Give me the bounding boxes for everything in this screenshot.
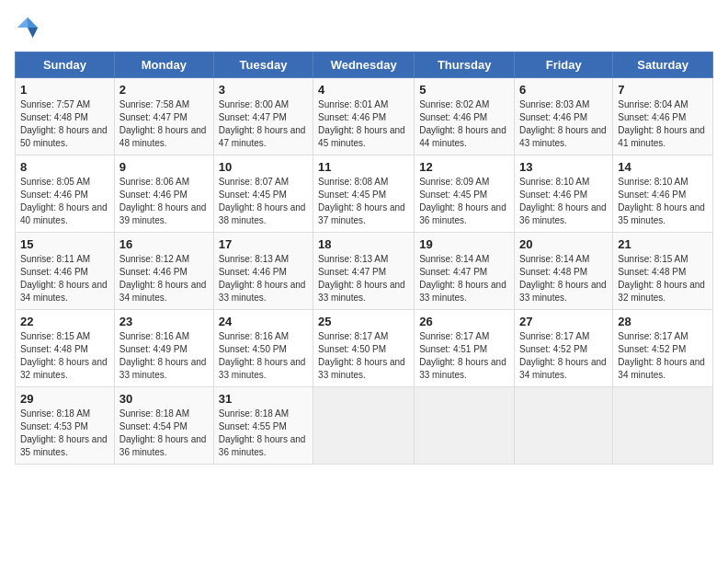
calendar-cell: 29 Sunrise: 8:18 AM Sunset: 4:53 PM Dayl… [16,387,115,465]
day-number: 2 [119,83,209,97]
logo-icon [15,15,40,40]
dow-header-wednesday: Wednesday [313,52,415,78]
calendar-cell: 14 Sunrise: 8:10 AM Sunset: 4:46 PM Dayl… [613,155,713,233]
day-info: Sunrise: 8:00 AM Sunset: 4:47 PM Dayligh… [219,98,308,150]
day-info: Sunrise: 8:14 AM Sunset: 4:48 PM Dayligh… [519,253,608,304]
calendar-cell: 28 Sunrise: 8:17 AM Sunset: 4:52 PM Dayl… [613,310,713,387]
day-number: 1 [20,83,109,97]
day-info: Sunrise: 8:13 AM Sunset: 4:47 PM Dayligh… [318,253,409,304]
day-number: 10 [219,160,308,174]
calendar-cell: 7 Sunrise: 8:04 AM Sunset: 4:46 PM Dayli… [613,78,713,155]
calendar-cell: 30 Sunrise: 8:18 AM Sunset: 4:54 PM Dayl… [114,387,213,465]
day-number: 20 [519,237,608,251]
calendar-cell: 16 Sunrise: 8:12 AM Sunset: 4:46 PM Dayl… [114,233,213,310]
day-number: 25 [318,315,409,328]
days-of-week-row: SundayMondayTuesdayWednesdayThursdayFrid… [16,52,713,78]
week-row-2: 8 Sunrise: 8:05 AM Sunset: 4:46 PM Dayli… [16,155,713,233]
day-number: 24 [219,315,308,328]
svg-marker-2 [17,17,28,28]
day-info: Sunrise: 8:10 AM Sunset: 4:46 PM Dayligh… [618,176,708,227]
day-info: Sunrise: 8:03 AM Sunset: 4:46 PM Dayligh… [519,98,608,150]
calendar-cell: 22 Sunrise: 8:15 AM Sunset: 4:48 PM Dayl… [16,310,115,387]
calendar-cell: 20 Sunrise: 8:14 AM Sunset: 4:48 PM Dayl… [515,233,613,310]
calendar-cell [415,387,515,465]
calendar-cell: 11 Sunrise: 8:08 AM Sunset: 4:45 PM Dayl… [313,155,415,233]
header [15,15,713,40]
day-number: 8 [20,160,109,174]
day-number: 29 [20,392,109,406]
svg-marker-1 [28,28,38,38]
day-info: Sunrise: 8:16 AM Sunset: 4:50 PM Dayligh… [219,330,308,382]
calendar-cell: 18 Sunrise: 8:13 AM Sunset: 4:47 PM Dayl… [313,233,415,310]
svg-marker-0 [28,17,38,28]
calendar-cell: 23 Sunrise: 8:16 AM Sunset: 4:49 PM Dayl… [114,310,213,387]
calendar-cell: 6 Sunrise: 8:03 AM Sunset: 4:46 PM Dayli… [515,78,613,155]
week-row-3: 15 Sunrise: 8:11 AM Sunset: 4:46 PM Dayl… [16,233,713,310]
day-info: Sunrise: 8:02 AM Sunset: 4:46 PM Dayligh… [419,98,509,150]
day-number: 28 [618,315,708,328]
day-number: 21 [618,237,708,251]
day-number: 23 [119,315,209,328]
day-number: 26 [419,315,509,328]
day-number: 31 [219,392,308,406]
day-number: 7 [618,83,708,97]
day-info: Sunrise: 8:06 AM Sunset: 4:46 PM Dayligh… [119,176,209,227]
day-number: 3 [219,83,308,97]
day-number: 6 [519,83,608,97]
day-info: Sunrise: 8:18 AM Sunset: 4:54 PM Dayligh… [119,408,209,459]
week-row-5: 29 Sunrise: 8:18 AM Sunset: 4:53 PM Dayl… [16,387,713,465]
calendar-cell: 1 Sunrise: 7:57 AM Sunset: 4:48 PM Dayli… [16,78,115,155]
day-number: 18 [318,237,409,251]
day-info: Sunrise: 8:18 AM Sunset: 4:53 PM Dayligh… [20,408,109,459]
calendar-cell: 3 Sunrise: 8:00 AM Sunset: 4:47 PM Dayli… [213,78,313,155]
calendar-cell [613,387,713,465]
day-info: Sunrise: 8:15 AM Sunset: 4:48 PM Dayligh… [20,330,109,382]
day-info: Sunrise: 8:17 AM Sunset: 4:50 PM Dayligh… [318,330,409,382]
day-info: Sunrise: 8:17 AM Sunset: 4:52 PM Dayligh… [519,330,608,382]
day-number: 4 [318,83,409,97]
calendar-table: SundayMondayTuesdayWednesdayThursdayFrid… [15,52,713,465]
day-number: 13 [519,160,608,174]
day-number: 12 [419,160,509,174]
calendar-cell: 13 Sunrise: 8:10 AM Sunset: 4:46 PM Dayl… [515,155,613,233]
calendar-cell: 27 Sunrise: 8:17 AM Sunset: 4:52 PM Dayl… [515,310,613,387]
day-number: 19 [419,237,509,251]
day-info: Sunrise: 8:07 AM Sunset: 4:45 PM Dayligh… [219,176,308,227]
day-number: 14 [618,160,708,174]
day-info: Sunrise: 8:01 AM Sunset: 4:46 PM Dayligh… [318,98,409,150]
day-info: Sunrise: 8:10 AM Sunset: 4:46 PM Dayligh… [519,176,608,227]
calendar-cell: 12 Sunrise: 8:09 AM Sunset: 4:45 PM Dayl… [415,155,515,233]
day-info: Sunrise: 7:58 AM Sunset: 4:47 PM Dayligh… [119,98,209,150]
calendar-cell: 10 Sunrise: 8:07 AM Sunset: 4:45 PM Dayl… [213,155,313,233]
logo [15,15,44,40]
calendar-cell: 26 Sunrise: 8:17 AM Sunset: 4:51 PM Dayl… [415,310,515,387]
calendar-cell: 25 Sunrise: 8:17 AM Sunset: 4:50 PM Dayl… [313,310,415,387]
dow-header-sunday: Sunday [16,52,115,78]
week-row-4: 22 Sunrise: 8:15 AM Sunset: 4:48 PM Dayl… [16,310,713,387]
day-info: Sunrise: 8:12 AM Sunset: 4:46 PM Dayligh… [119,253,209,304]
day-info: Sunrise: 8:13 AM Sunset: 4:46 PM Dayligh… [219,253,308,304]
dow-header-thursday: Thursday [415,52,515,78]
calendar-cell: 4 Sunrise: 8:01 AM Sunset: 4:46 PM Dayli… [313,78,415,155]
dow-header-saturday: Saturday [613,52,713,78]
day-number: 9 [119,160,209,174]
day-number: 27 [519,315,608,328]
day-info: Sunrise: 8:17 AM Sunset: 4:52 PM Dayligh… [618,330,708,382]
day-info: Sunrise: 8:14 AM Sunset: 4:47 PM Dayligh… [419,253,509,304]
day-info: Sunrise: 8:08 AM Sunset: 4:45 PM Dayligh… [318,176,409,227]
day-info: Sunrise: 8:09 AM Sunset: 4:45 PM Dayligh… [419,176,509,227]
day-info: Sunrise: 8:18 AM Sunset: 4:55 PM Dayligh… [219,408,308,459]
calendar-cell: 19 Sunrise: 8:14 AM Sunset: 4:47 PM Dayl… [415,233,515,310]
day-number: 11 [318,160,409,174]
calendar-cell [313,387,415,465]
calendar-cell: 24 Sunrise: 8:16 AM Sunset: 4:50 PM Dayl… [213,310,313,387]
day-number: 17 [219,237,308,251]
week-row-1: 1 Sunrise: 7:57 AM Sunset: 4:48 PM Dayli… [16,78,713,155]
day-number: 30 [119,392,209,406]
dow-header-friday: Friday [515,52,613,78]
calendar-cell: 5 Sunrise: 8:02 AM Sunset: 4:46 PM Dayli… [415,78,515,155]
calendar-cell: 21 Sunrise: 8:15 AM Sunset: 4:48 PM Dayl… [613,233,713,310]
day-number: 5 [419,83,509,97]
day-info: Sunrise: 8:04 AM Sunset: 4:46 PM Dayligh… [618,98,708,150]
calendar-cell [515,387,613,465]
